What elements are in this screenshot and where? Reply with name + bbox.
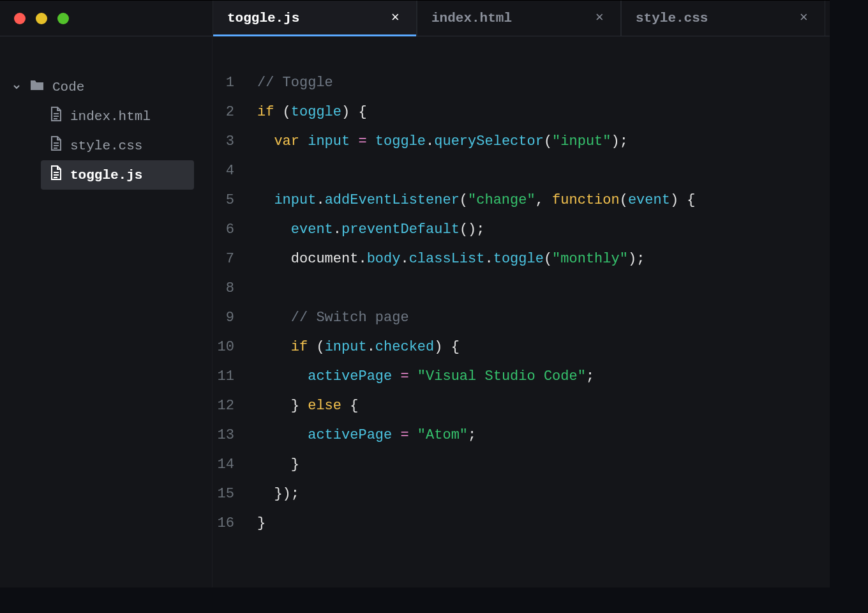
file-icon: [50, 165, 63, 185]
code-line[interactable]: 15 });: [213, 480, 830, 509]
code-token: toggle: [291, 104, 341, 120]
folder-icon: [29, 79, 45, 95]
close-icon[interactable]: ×: [797, 9, 811, 28]
maximize-window-button[interactable]: [57, 13, 69, 24]
file-tree-item[interactable]: style.css: [41, 131, 194, 160]
code-token: input: [325, 339, 367, 355]
code-token: "Visual Studio Code": [417, 368, 586, 384]
code-token: classList: [409, 251, 485, 267]
line-number: 9: [213, 303, 257, 333]
code-token: [257, 251, 291, 267]
close-icon[interactable]: ×: [593, 9, 606, 28]
code-token: [367, 133, 375, 149]
code-token: [257, 368, 308, 384]
line-number: 8: [213, 274, 257, 303]
line-number: 3: [213, 127, 257, 156]
code-content: });: [257, 480, 299, 509]
code-content: }: [257, 450, 299, 480]
window-controls: [0, 1, 213, 36]
code-line[interactable]: 11 activePage = "Visual Studio Code";: [213, 362, 830, 391]
tab-index-html[interactable]: index.html×: [417, 1, 621, 36]
code-token: ) {: [434, 339, 460, 355]
code-editor[interactable]: 1// Toggle2if (toggle) {3 var input = to…: [213, 36, 830, 587]
file-tree-item-label: index.html: [70, 109, 151, 124]
code-content: if (toggle) {: [257, 98, 367, 127]
code-line[interactable]: 9 // Switch page: [213, 303, 830, 333]
file-tree-item-label: style.css: [70, 139, 142, 153]
code-token: .: [426, 133, 434, 149]
minimize-window-button[interactable]: [36, 13, 47, 24]
code-token: [257, 427, 308, 443]
tab-label: style.css: [636, 11, 708, 26]
tab-bar: toggle.js×index.html×style.css×: [213, 1, 830, 36]
tab-style-css[interactable]: style.css×: [621, 1, 825, 36]
code-content: input.addEventListener("change", functio…: [257, 186, 696, 215]
code-line[interactable]: 16}: [213, 509, 830, 538]
code-token: .: [484, 251, 493, 267]
code-line[interactable]: 5 input.addEventListener("change", funct…: [213, 186, 830, 215]
code-content: // Toggle: [257, 68, 333, 98]
code-token: function: [552, 192, 620, 208]
code-token: (: [544, 133, 552, 149]
line-number: 16: [213, 509, 257, 538]
close-window-button[interactable]: [14, 13, 26, 24]
code-token: [409, 368, 417, 384]
line-number: 10: [213, 333, 257, 362]
code-token: ();: [460, 222, 485, 238]
code-token: activePage: [308, 368, 392, 384]
code-token: else: [308, 398, 341, 414]
code-token: [257, 192, 274, 208]
code-token: input: [308, 133, 350, 149]
file-icon: [50, 136, 63, 155]
code-content: // Switch page: [257, 303, 409, 333]
code-token: .: [400, 251, 408, 267]
code-token: [257, 310, 291, 326]
code-line[interactable]: 3 var input = toggle.querySelector("inpu…: [213, 127, 830, 156]
code-content: }: [257, 509, 266, 538]
code-token: .: [333, 222, 341, 238]
code-token: });: [257, 486, 299, 502]
code-line[interactable]: 14 }: [213, 450, 830, 480]
code-token: {: [341, 398, 358, 414]
code-line[interactable]: 1// Toggle: [213, 68, 830, 98]
line-number: 12: [213, 391, 257, 421]
code-token: ) {: [670, 192, 696, 208]
code-token: [350, 133, 358, 149]
code-token: }: [257, 515, 266, 531]
code-line[interactable]: 2if (toggle) {: [213, 98, 830, 127]
code-token: [299, 133, 308, 149]
app-body: Code index.htmlstyle.csstoggle.js 1// To…: [0, 36, 830, 587]
code-line[interactable]: 4: [213, 156, 830, 186]
code-content: if (input.checked) {: [257, 333, 460, 362]
code-token: }: [257, 398, 308, 414]
code-line[interactable]: 6 event.preventDefault();: [213, 215, 830, 245]
code-token: (: [460, 192, 468, 208]
code-token: event: [291, 222, 333, 238]
code-token: event: [628, 192, 670, 208]
titlebar: toggle.js×index.html×style.css×: [0, 1, 830, 36]
code-token: =: [358, 133, 366, 149]
code-token: =: [400, 427, 408, 443]
code-token: // Switch page: [291, 310, 409, 326]
line-number: 1: [213, 68, 257, 98]
code-token: "monthly": [552, 251, 628, 267]
code-line[interactable]: 12 } else {: [213, 391, 830, 421]
code-token: activePage: [308, 427, 392, 443]
tab-label: index.html: [431, 11, 512, 26]
code-line[interactable]: 8: [213, 274, 830, 303]
code-line[interactable]: 7 document.body.classList.toggle("monthl…: [213, 245, 830, 274]
code-token: if: [291, 339, 308, 355]
code-token: body: [367, 251, 401, 267]
file-tree-item[interactable]: toggle.js: [41, 160, 194, 190]
code-token: [392, 427, 400, 443]
folder-root-label: Code: [52, 80, 84, 95]
close-icon[interactable]: ×: [389, 9, 402, 28]
code-line[interactable]: 13 activePage = "Atom";: [213, 421, 830, 450]
code-token: preventDefault: [341, 222, 460, 238]
code-token: (: [620, 192, 628, 208]
code-line[interactable]: 10 if (input.checked) {: [213, 333, 830, 362]
tab-toggle-js[interactable]: toggle.js×: [213, 1, 417, 36]
file-tree-item[interactable]: index.html: [41, 102, 194, 131]
folder-root[interactable]: Code: [8, 72, 212, 102]
line-number: 4: [213, 156, 257, 186]
